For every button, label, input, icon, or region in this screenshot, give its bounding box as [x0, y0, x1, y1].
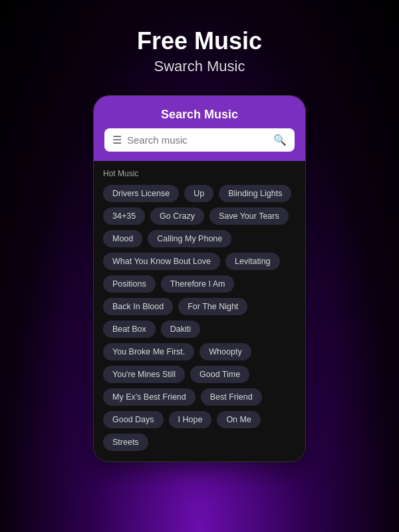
- tag-item[interactable]: Save Your Tears: [209, 207, 289, 225]
- app-subtitle: Swarch Music: [137, 58, 262, 75]
- tag-item[interactable]: Up: [184, 185, 213, 202]
- tag-item[interactable]: Positions: [103, 275, 156, 293]
- tag-item[interactable]: Back In Blood: [103, 298, 173, 315]
- tag-item[interactable]: Good Time: [190, 366, 249, 383]
- tag-item[interactable]: My Ex's Best Friend: [103, 388, 196, 406]
- tag-item[interactable]: Beat Box: [103, 321, 156, 338]
- app-title: Free Music: [137, 27, 262, 55]
- menu-icon[interactable]: ☰: [112, 134, 122, 146]
- tag-item[interactable]: Calling My Phone: [148, 230, 231, 247]
- phone-header-title: Search Music: [104, 108, 295, 122]
- tag-item[interactable]: Blinding Lights: [219, 185, 291, 202]
- tag-item[interactable]: 34+35: [103, 207, 145, 225]
- tag-item[interactable]: Good Days: [103, 411, 164, 428]
- header-section: Free Music Swarch Music: [124, 0, 275, 88]
- phone-content: Hot Music Drivers LicenseUpBlinding Ligh…: [94, 161, 305, 462]
- tag-item[interactable]: On Me: [217, 411, 261, 428]
- tag-item[interactable]: Best Friend: [201, 388, 262, 406]
- tag-item[interactable]: Mood: [103, 230, 142, 247]
- tag-item[interactable]: Levitating: [225, 253, 280, 270]
- tag-item[interactable]: Whoopty: [200, 343, 251, 360]
- phone-header: Search Music ☰ 🔍: [94, 96, 305, 161]
- tag-item[interactable]: What You Know Bout Love: [103, 253, 220, 270]
- tag-item[interactable]: You're Mines Still: [103, 366, 185, 383]
- tag-item[interactable]: Go Crazy: [150, 207, 204, 225]
- tag-item[interactable]: For The Night: [178, 298, 247, 315]
- tag-item[interactable]: Streets: [103, 434, 148, 451]
- hot-music-label: Hot Music: [103, 169, 296, 178]
- search-bar: ☰ 🔍: [104, 128, 295, 152]
- phone-container: Search Music ☰ 🔍 Hot Music Drivers Licen…: [93, 95, 306, 462]
- search-icon[interactable]: 🔍: [273, 134, 287, 146]
- tag-item[interactable]: Dakiti: [161, 321, 200, 338]
- tag-item[interactable]: Drivers License: [103, 185, 179, 202]
- tag-item[interactable]: You Broke Me First.: [103, 343, 194, 360]
- tag-item[interactable]: Therefore I Am: [161, 275, 235, 293]
- tag-item[interactable]: I Hope: [169, 411, 212, 428]
- tags-container: Drivers LicenseUpBlinding Lights34+35Go …: [103, 185, 296, 451]
- search-input[interactable]: [127, 134, 268, 146]
